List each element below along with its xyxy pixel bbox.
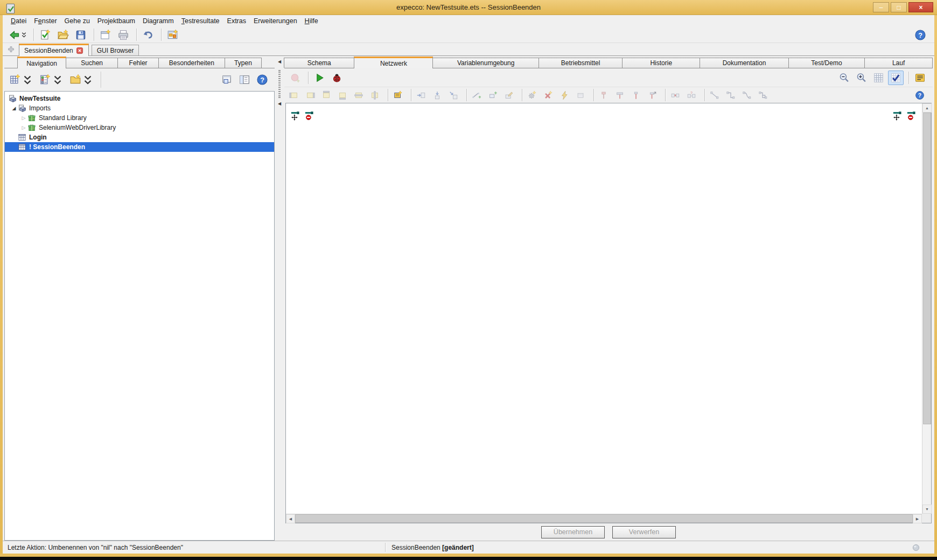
document-tab-sessionbeenden[interactable]: SessionBeenden	[19, 44, 89, 56]
help-button[interactable]: ?	[913, 89, 926, 102]
panel-splitter[interactable]: ◀ ◀	[275, 56, 284, 541]
tab-close-button[interactable]	[76, 47, 83, 54]
apply-button[interactable]: Übernehmen	[541, 526, 605, 538]
gui-browser-button[interactable]	[165, 27, 181, 43]
run-button[interactable]	[312, 71, 327, 85]
new-folder-button[interactable]	[67, 72, 96, 87]
line-style-direct-button[interactable]	[708, 89, 721, 102]
menu-projektbaum[interactable]: Projektbaum	[94, 16, 139, 26]
tab-besonderheiten[interactable]: Besonderheiten	[158, 58, 225, 68]
add-tab-button[interactable]	[6, 44, 16, 54]
tab-variablenumgebung[interactable]: Variablenumgebung	[432, 58, 539, 68]
wrap-step-button[interactable]	[574, 89, 587, 102]
tree-item-login[interactable]: Login	[5, 132, 274, 142]
help-button[interactable]: ?	[912, 27, 928, 43]
generate-button[interactable]	[526, 89, 539, 102]
pin-top-button[interactable]	[597, 89, 610, 102]
print-button[interactable]	[115, 27, 131, 43]
add-port-button[interactable]	[486, 89, 499, 102]
tab-dokumentation[interactable]: Dokumentation	[700, 58, 788, 68]
quick-action-button[interactable]	[558, 89, 571, 102]
line-style-tree-button[interactable]	[757, 89, 770, 102]
pin-move-icon[interactable]	[893, 111, 903, 121]
chevron-down-icon[interactable]	[22, 74, 33, 86]
tree-item-seleniumwebdriverlibrary[interactable]: ▷SeleniumWebDriverLibrary	[5, 123, 274, 132]
tab-suchen[interactable]: Suchen	[66, 58, 118, 68]
scroll-up-icon[interactable]: ▲	[922, 103, 932, 113]
tree-item-sessionbeenden[interactable]: ! SessionBeenden	[5, 142, 274, 152]
add-input-button[interactable]	[415, 89, 428, 102]
tab-fehler[interactable]: Fehler	[117, 58, 158, 68]
add-pin-button[interactable]	[447, 89, 460, 102]
vertical-scroll-thumb[interactable]	[923, 113, 931, 424]
horizontal-scroll-thumb[interactable]	[295, 514, 913, 523]
menu-extras[interactable]: Extras	[223, 16, 250, 26]
disconnect-button[interactable]	[669, 89, 682, 102]
properties-button[interactable]	[912, 71, 928, 85]
zoom-in-button[interactable]	[854, 71, 869, 85]
query-connection-button[interactable]: ?	[685, 89, 698, 102]
tab-typen[interactable]: Typen	[225, 58, 262, 68]
line-style-ortho-button[interactable]	[724, 89, 737, 102]
splitter-collapse-icon[interactable]: ◀	[278, 101, 281, 107]
tab-lauf[interactable]: Lauf	[864, 58, 933, 68]
menu-diagramm[interactable]: Diagramm	[139, 16, 178, 26]
menu-gehe-zu[interactable]: Gehe zu	[61, 16, 94, 26]
expander-collapsed-icon[interactable]: ▷	[20, 115, 27, 121]
undo-button[interactable]	[140, 27, 156, 43]
align-right-button[interactable]	[304, 89, 317, 102]
tree-item-standard-library[interactable]: ▷Standard Library	[5, 113, 274, 123]
help-button[interactable]: ?	[254, 72, 270, 87]
view-mode-button[interactable]	[7, 72, 36, 87]
snap-to-grid-button[interactable]	[888, 71, 904, 85]
back-button[interactable]	[7, 27, 29, 43]
maximize-button[interactable]: □	[891, 2, 907, 12]
canvas-horizontal-scrollbar[interactable]: ◀ ▶	[286, 514, 922, 523]
item-kind-button[interactable]	[37, 72, 66, 87]
align-bottom-button[interactable]	[336, 89, 349, 102]
pin-stem-button[interactable]	[630, 89, 642, 102]
expander-collapsed-icon[interactable]: ▷	[20, 125, 27, 130]
line-style-spline-button[interactable]	[740, 89, 753, 102]
tree-item-newtestsuite[interactable]: NewTestsuite	[5, 94, 274, 103]
network-canvas[interactable]	[286, 103, 922, 514]
pin-block-icon[interactable]	[907, 111, 917, 121]
pin-block-icon[interactable]	[305, 111, 315, 121]
tree-item-imports[interactable]: ◢Imports	[5, 103, 274, 113]
project-tree[interactable]: NewTestsuite◢Imports▷Standard Library▷Se…	[4, 91, 275, 541]
canvas-vertical-scrollbar[interactable]: ▲ ▼	[922, 103, 931, 514]
expander-expanded-icon[interactable]: ◢	[10, 106, 18, 111]
record-button[interactable]	[288, 71, 303, 85]
chevron-down-icon[interactable]	[52, 74, 64, 86]
tab-historie[interactable]: Historie	[622, 58, 700, 68]
edit-connection-button[interactable]	[502, 89, 515, 102]
chevron-down-icon[interactable]	[22, 31, 26, 38]
close-button[interactable]: ×	[908, 2, 933, 12]
add-connection-button[interactable]	[470, 89, 483, 102]
menu-testresultate[interactable]: Testresultate	[178, 16, 223, 26]
tab-betriebsmittel[interactable]: Betriebsmittel	[539, 58, 623, 68]
split-view-button[interactable]	[236, 72, 253, 87]
pin-wide-button[interactable]	[613, 89, 626, 102]
tab-schema[interactable]: Schema	[284, 58, 354, 68]
save-button[interactable]	[73, 27, 89, 43]
tab-test-demo[interactable]: Test/Demo	[788, 58, 865, 68]
add-output-button[interactable]	[431, 89, 444, 102]
open-button[interactable]	[55, 27, 71, 43]
align-top-button[interactable]	[320, 89, 333, 102]
float-window-button[interactable]	[219, 72, 235, 87]
accept-button[interactable]	[37, 27, 53, 43]
minimize-button[interactable]: –	[873, 2, 889, 12]
tab-navigation[interactable]: Navigation	[17, 57, 66, 68]
tab-netzwerk[interactable]: Netzwerk	[354, 57, 433, 68]
splitter-grip[interactable]	[278, 70, 281, 98]
align-hcenter-button[interactable]	[352, 89, 365, 102]
scroll-left-icon[interactable]: ◀	[286, 514, 295, 523]
debug-button[interactable]	[329, 71, 345, 85]
menu-fenster[interactable]: Fenster	[30, 16, 60, 26]
grid-button[interactable]	[871, 71, 886, 85]
scroll-down-icon[interactable]: ▼	[922, 505, 932, 514]
new-window-button[interactable]	[97, 27, 114, 43]
pin-move-icon[interactable]	[291, 111, 301, 121]
menu-datei[interactable]: Datei	[7, 16, 30, 26]
